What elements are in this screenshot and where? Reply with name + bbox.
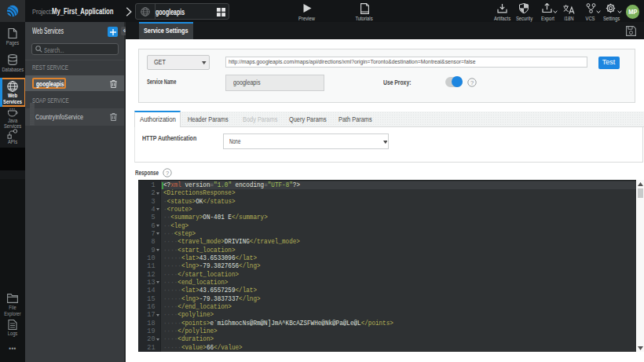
svg-text:?: ?	[166, 169, 169, 176]
svg-text:?: ?	[470, 79, 473, 86]
